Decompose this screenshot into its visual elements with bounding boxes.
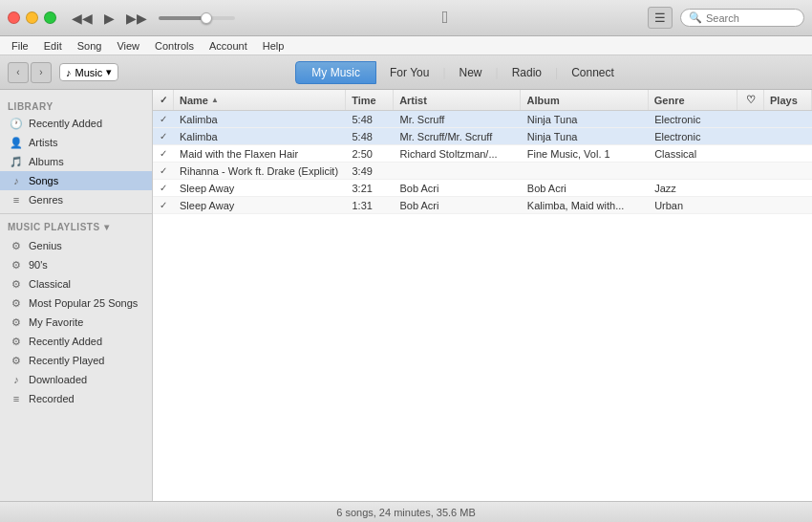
sidebar-item-label: My Favorite <box>29 316 83 328</box>
genre-cell: Urban <box>649 197 737 213</box>
tab-group: My MusicFor You|New|Radio|Connect <box>295 61 628 84</box>
menu-help[interactable]: Help <box>255 36 292 55</box>
col-artist-header[interactable]: Artist <box>394 90 521 110</box>
sidebar-item-classical[interactable]: ⚙ Classical <box>0 274 152 294</box>
next-button[interactable]: ▶▶ <box>122 11 151 26</box>
col-heart-header[interactable]: ♡ <box>737 90 764 110</box>
list-view-button[interactable]: ☰ <box>648 7 673 29</box>
name-cell: Maid with the Flaxen Hair <box>174 145 347 162</box>
plays-cell <box>764 111 812 127</box>
play-button[interactable]: ▶ <box>100 11 118 26</box>
time-cell: 5:48 <box>347 128 395 144</box>
sidebar-item-most-popular[interactable]: ⚙ Most Popular 25 Songs <box>0 294 152 313</box>
maximize-button[interactable] <box>44 11 56 24</box>
table-row[interactable]: ✓ Rihanna - Work ft. Drake (Explicit) 3:… <box>153 163 812 180</box>
tab-for-you[interactable]: For You <box>376 61 442 84</box>
genre-cell: Jazz <box>649 180 737 196</box>
menu-account[interactable]: Account <box>202 36 255 55</box>
plays-cell <box>764 128 812 144</box>
menu-bar: File Edit Song View Controls Account Hel… <box>0 36 812 55</box>
toolbar: ‹ › ♪ Music ▾ My MusicFor You|New|Radio|… <box>0 55 812 90</box>
tab-my-music[interactable]: My Music <box>295 61 376 84</box>
search-box[interactable]: 🔍 <box>680 9 804 27</box>
col-name-header[interactable]: Name ▲ <box>174 90 346 110</box>
sidebar-item-my-favorite[interactable]: ⚙ My Favorite <box>0 313 152 332</box>
sidebar-item-90s[interactable]: ⚙ 90's <box>0 255 152 274</box>
heart-cell <box>737 163 764 179</box>
sidebar-item-artists[interactable]: 👤 Artists <box>0 133 152 152</box>
time-cell: 3:49 <box>347 163 395 179</box>
source-selector[interactable]: ♪ Music ▾ <box>59 63 118 81</box>
col-check-header: ✓ <box>153 90 174 110</box>
table-row[interactable]: ✓ Maid with the Flaxen Hair 2:50 Richard… <box>153 145 812 163</box>
search-input[interactable] <box>706 12 796 24</box>
sidebar-divider <box>0 213 152 214</box>
apple-logo-icon:  <box>442 8 449 28</box>
volume-slider[interactable] <box>159 16 235 20</box>
sidebar-item-label: Genres <box>29 194 63 206</box>
col-plays-header[interactable]: Plays <box>764 90 812 110</box>
table-row[interactable]: ✓ Sleep Away 1:31 Bob Acri Kalimba, Maid… <box>153 197 812 214</box>
table-row[interactable]: ✓ Sleep Away 3:21 Bob Acri Bob Acri Jazz <box>153 180 812 197</box>
close-button[interactable] <box>8 11 20 24</box>
nav-back-button[interactable]: ‹ <box>8 62 29 83</box>
name-cell: Sleep Away <box>174 197 347 213</box>
artist-cell <box>395 163 522 179</box>
tab-new[interactable]: New <box>446 61 496 84</box>
col-genre-header[interactable]: Genre <box>649 90 737 110</box>
main-layout: Library 🕐 Recently Added 👤 Artists 🎵 Alb… <box>0 90 812 501</box>
table-row[interactable]: ✓ Kalimba 5:48 Mr. Scruff Ninja Tuna Ele… <box>153 111 812 128</box>
check-cell: ✓ <box>153 111 174 127</box>
status-bar: 6 songs, 24 minutes, 35.6 MB <box>0 501 812 522</box>
sidebar-item-songs[interactable]: ♪ Songs <box>0 171 152 190</box>
90s-icon: ⚙ <box>10 259 23 272</box>
library-section-title: Library <box>0 96 152 114</box>
sidebar-item-label: Albums <box>29 156 64 167</box>
table-row[interactable]: ✓ Kalimba 5:48 Mr. Scruff/Mr. Scruff Nin… <box>153 128 812 145</box>
menu-edit[interactable]: Edit <box>36 36 70 55</box>
plays-cell <box>764 145 812 162</box>
nav-forward-button[interactable]: › <box>31 62 52 83</box>
menu-controls[interactable]: Controls <box>147 36 202 55</box>
prev-button[interactable]: ◀◀ <box>68 11 96 26</box>
downloaded-icon: ♪ <box>10 374 23 385</box>
col-album-header[interactable]: Album <box>521 90 648 110</box>
playlists-header[interactable]: Music Playlists ▾ <box>0 218 152 236</box>
sidebar-item-downloaded[interactable]: ♪ Downloaded <box>0 370 152 389</box>
title-bar: ◀◀ ▶ ▶▶  ☰ 🔍 <box>0 0 812 36</box>
album-cell: Ninja Tuna <box>522 111 649 127</box>
sidebar-item-recently-added-pl[interactable]: ⚙ Recently Added <box>0 332 152 351</box>
genres-icon: ≡ <box>10 194 23 206</box>
plays-cell <box>764 197 812 213</box>
genre-cell: Electronic <box>649 111 737 127</box>
check-mark-icon: ✓ <box>160 165 167 176</box>
sidebar-item-albums[interactable]: 🎵 Albums <box>0 152 152 171</box>
menu-file[interactable]: File <box>4 36 36 55</box>
minimize-button[interactable] <box>26 11 38 24</box>
heart-cell <box>737 180 764 196</box>
sidebar-item-recently-added[interactable]: 🕐 Recently Added <box>0 114 152 133</box>
album-cell: Fine Music, Vol. 1 <box>522 145 649 162</box>
sidebar: Library 🕐 Recently Added 👤 Artists 🎵 Alb… <box>0 90 153 501</box>
sidebar-item-genius[interactable]: ⚙ Genius <box>0 236 152 255</box>
window-controls <box>8 11 56 24</box>
music-note-icon: ♪ <box>66 67 72 78</box>
tab-connect[interactable]: Connect <box>558 61 628 84</box>
genre-cell: Classical <box>649 145 737 162</box>
sidebar-item-label: Downloaded <box>29 374 87 385</box>
time-cell: 1:31 <box>347 197 395 213</box>
menu-view[interactable]: View <box>109 36 147 55</box>
tab-radio[interactable]: Radio <box>499 61 555 84</box>
col-time-header[interactable]: Time <box>346 90 394 110</box>
name-cell: Sleep Away <box>174 180 347 196</box>
sidebar-item-label: Recorded <box>29 393 75 404</box>
sidebar-item-genres[interactable]: ≡ Genres <box>0 190 152 209</box>
check-mark-icon: ✓ <box>160 183 167 193</box>
sidebar-item-recorded[interactable]: ≡ Recorded <box>0 389 152 408</box>
name-cell: Rihanna - Work ft. Drake (Explicit) <box>174 163 347 179</box>
sidebar-item-label: Most Popular 25 Songs <box>29 297 138 309</box>
search-icon: 🔍 <box>689 11 702 24</box>
check-mark-icon: ✓ <box>160 148 167 159</box>
sidebar-item-recently-played[interactable]: ⚙ Recently Played <box>0 351 152 370</box>
menu-song[interactable]: Song <box>70 36 110 55</box>
